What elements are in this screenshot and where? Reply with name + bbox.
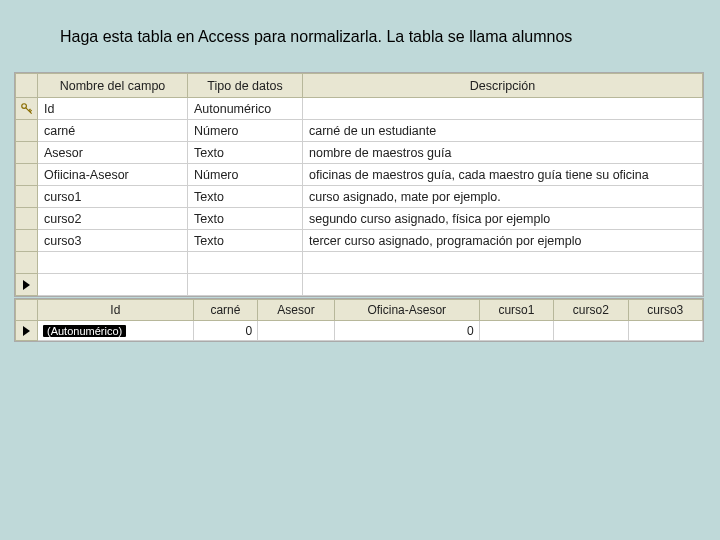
row-selector[interactable] [16, 142, 38, 164]
instruction-text: Haga esta tabla en Access para normaliza… [60, 28, 572, 46]
datasheet-col-header[interactable]: curso3 [628, 300, 702, 321]
datasheet-col-header[interactable]: curso1 [479, 300, 553, 321]
field-name-cell[interactable]: Ofiicina-Asesor [38, 164, 188, 186]
row-selector[interactable] [16, 274, 38, 296]
field-name-cell[interactable]: curso2 [38, 208, 188, 230]
description-cell[interactable]: carné de un estudiante [303, 120, 703, 142]
description-cell[interactable]: segundo curso asignado, física por ejemp… [303, 208, 703, 230]
row-selector-header [16, 300, 38, 321]
cell-curso2[interactable] [554, 321, 628, 341]
data-type-cell[interactable] [188, 252, 303, 274]
col-header-data-type[interactable]: Tipo de datos [188, 74, 303, 98]
datasheet-col-header[interactable]: Id [38, 300, 194, 321]
datasheet-new-row[interactable]: (Autonumérico) 0 0 [16, 321, 703, 341]
data-type-cell[interactable]: Número [188, 164, 303, 186]
design-row[interactable]: curso3Textotercer curso asignado, progra… [16, 230, 703, 252]
data-type-cell[interactable]: Texto [188, 186, 303, 208]
field-name-cell[interactable]: curso3 [38, 230, 188, 252]
cell-oficina[interactable]: 0 [334, 321, 479, 341]
data-type-cell[interactable] [188, 274, 303, 296]
design-row[interactable]: IdAutonumérico [16, 98, 703, 120]
data-type-cell[interactable]: Autonumérico [188, 98, 303, 120]
description-cell[interactable]: curso asignado, mate por ejemplo. [303, 186, 703, 208]
row-selector-header [16, 74, 38, 98]
field-name-cell[interactable]: carné [38, 120, 188, 142]
description-cell[interactable] [303, 274, 703, 296]
cell-carne[interactable]: 0 [193, 321, 258, 341]
row-selector[interactable] [16, 230, 38, 252]
cell-asesor[interactable] [258, 321, 335, 341]
datasheet-grid[interactable]: IdcarnéAsesorOficina-Asesorcurso1curso2c… [15, 299, 703, 341]
current-row-icon [23, 280, 30, 290]
row-selector[interactable] [16, 186, 38, 208]
description-cell[interactable] [303, 252, 703, 274]
description-cell[interactable]: oficinas de maestros guía, cada maestro … [303, 164, 703, 186]
row-selector[interactable] [16, 252, 38, 274]
col-header-description[interactable]: Descripción [303, 74, 703, 98]
current-row-icon [23, 326, 30, 336]
datasheet-col-header[interactable]: Oficina-Asesor [334, 300, 479, 321]
autonumber-placeholder: (Autonumérico) [43, 325, 126, 337]
datasheet-col-header[interactable]: carné [193, 300, 258, 321]
design-row-empty[interactable] [16, 252, 703, 274]
datasheet-panel: IdcarnéAsesorOficina-Asesorcurso1curso2c… [14, 298, 704, 342]
field-name-cell[interactable]: Asesor [38, 142, 188, 164]
design-grid[interactable]: Nombre del campo Tipo de datos Descripci… [15, 73, 703, 296]
design-row[interactable]: curso2Textosegundo curso asignado, físic… [16, 208, 703, 230]
row-selector[interactable] [16, 208, 38, 230]
cell-id[interactable]: (Autonumérico) [38, 321, 194, 341]
data-type-cell[interactable]: Texto [188, 142, 303, 164]
data-type-cell[interactable]: Texto [188, 230, 303, 252]
design-row[interactable]: AsesorTextonombre de maestros guía [16, 142, 703, 164]
svg-point-0 [21, 103, 26, 108]
col-header-field-name[interactable]: Nombre del campo [38, 74, 188, 98]
description-cell[interactable]: nombre de maestros guía [303, 142, 703, 164]
field-name-cell[interactable]: curso1 [38, 186, 188, 208]
field-name-cell[interactable]: Id [38, 98, 188, 120]
data-type-cell[interactable]: Número [188, 120, 303, 142]
cell-curso3[interactable] [628, 321, 702, 341]
row-selector[interactable] [16, 321, 38, 341]
table-design-panel: Nombre del campo Tipo de datos Descripci… [14, 72, 704, 297]
design-row-current[interactable] [16, 274, 703, 296]
cell-curso1[interactable] [479, 321, 553, 341]
primary-key-icon [16, 102, 37, 116]
field-name-cell[interactable] [38, 252, 188, 274]
row-selector[interactable] [16, 164, 38, 186]
row-selector-primary-key[interactable] [16, 98, 38, 120]
datasheet-col-header[interactable]: Asesor [258, 300, 335, 321]
field-name-cell[interactable] [38, 274, 188, 296]
design-row[interactable]: curso1Textocurso asignado, mate por ejem… [16, 186, 703, 208]
data-type-cell[interactable]: Texto [188, 208, 303, 230]
row-selector[interactable] [16, 120, 38, 142]
datasheet-col-header[interactable]: curso2 [554, 300, 628, 321]
design-row[interactable]: carnéNúmerocarné de un estudiante [16, 120, 703, 142]
description-cell[interactable] [303, 98, 703, 120]
design-row[interactable]: Ofiicina-AsesorNúmerooficinas de maestro… [16, 164, 703, 186]
description-cell[interactable]: tercer curso asignado, programación por … [303, 230, 703, 252]
